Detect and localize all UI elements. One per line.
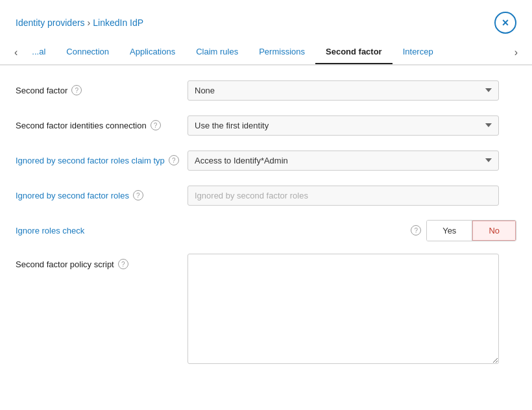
ignored-claim-type-label: Ignored by second factor roles claim typ… [16,155,187,165]
ignored-roles-row: Ignored by second factor roles ? [16,184,516,207]
tab-second-factor[interactable]: Second factor [315,40,393,64]
ignored-roles-help-icon[interactable]: ? [133,190,143,200]
ignored-claim-type-select[interactable]: Access to Identify*Admin Other [187,151,499,171]
form-body: Second factor ? None Optional Required S… [0,68,532,388]
ignored-roles-label: Ignored by second factor roles ? [16,190,187,200]
divider [0,65,532,66]
breadcrumb-current: LinkedIn IdP [93,18,143,28]
ignored-claim-type-label-text: Ignored by second factor roles claim typ [16,156,165,165]
policy-script-control [187,254,499,366]
ignore-roles-check-help-icon[interactable]: ? [411,225,421,235]
tab-applications[interactable]: Applications [119,40,186,64]
policy-script-label: Second factor policy script ? [16,254,187,269]
second-factor-label-text: Second factor [16,86,67,95]
policy-script-textarea[interactable] [187,254,499,364]
second-factor-identities-label-text: Second factor identities connection [16,121,147,130]
ignore-roles-check-row: Ignore roles check ? Yes No [16,219,516,242]
second-factor-identities-row: Second factor identities connection ? Us… [16,114,516,137]
policy-script-row: Second factor policy script ? [16,254,516,366]
second-factor-identities-control: Use the first identity Other option [187,115,499,136]
ignored-claim-type-row: Ignored by second factor roles claim typ… [16,149,516,172]
policy-script-label-text: Second factor policy script [16,259,114,269]
ignored-roles-input[interactable] [187,186,499,206]
close-button[interactable]: × [494,12,516,34]
tab-intercep[interactable]: Intercep [393,40,444,64]
breadcrumb-separator: › [88,18,91,28]
second-factor-identities-select[interactable]: Use the first identity Other option [187,115,499,136]
second-factor-control: None Optional Required [187,80,499,101]
tabs-scroll: ...al Connection Applications Claim rule… [21,40,510,64]
tabs-next-button[interactable]: › [511,44,522,61]
close-icon: × [502,16,509,30]
second-factor-label: Second factor ? [16,85,187,95]
tabs-prev-button[interactable]: ‹ [10,44,21,61]
second-factor-identities-label: Second factor identities connection ? [16,120,187,130]
toggle-group: Yes No [426,220,516,241]
chevron-right-icon: › [514,47,518,58]
ignore-roles-check-toggle-group: ? Yes No [187,220,516,241]
second-factor-row: Second factor ? None Optional Required [16,78,516,102]
second-factor-identities-help-icon[interactable]: ? [151,120,161,130]
breadcrumb: Identity providers › LinkedIn IdP [16,18,143,28]
ignored-roles-label-text: Ignored by second factor roles [16,191,129,200]
ignored-claim-type-control: Access to Identify*Admin Other [187,151,499,171]
tab-connection[interactable]: Connection [56,40,119,64]
second-factor-help-icon[interactable]: ? [71,85,82,95]
ignored-claim-type-help-icon[interactable]: ? [169,155,179,165]
breadcrumb-link[interactable]: Identity providers [16,18,85,28]
ignore-roles-check-label: Ignore roles check [16,226,187,235]
chevron-left-icon: ‹ [14,47,18,58]
yes-button[interactable]: Yes [427,221,472,241]
modal-header: Identity providers › LinkedIn IdP × [0,0,532,40]
policy-script-help-icon[interactable]: ? [118,259,128,269]
tab-claim-rules[interactable]: Claim rules [186,40,248,64]
tab-permissions[interactable]: Permissions [248,40,315,64]
no-button[interactable]: No [472,221,516,241]
tabs-container: ‹ ...al Connection Applications Claim ru… [0,40,532,65]
ignore-roles-check-label-text: Ignore roles check [16,226,84,235]
second-factor-select[interactable]: None Optional Required [187,80,499,101]
modal-container: Identity providers › LinkedIn IdP × ‹ ..… [0,0,532,410]
tab-al[interactable]: ...al [21,40,56,64]
ignored-roles-control [187,186,499,206]
